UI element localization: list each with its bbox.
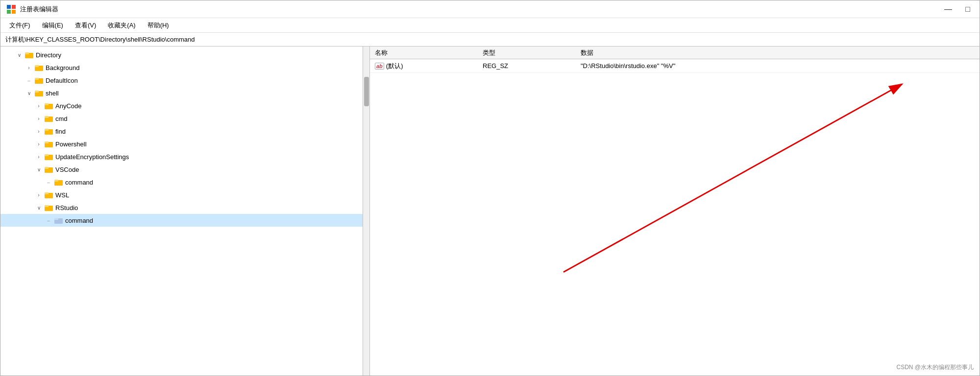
tree-item-find[interactable]: › find (0, 125, 363, 138)
svg-rect-23 (45, 167, 49, 169)
detail-row-default[interactable]: ab (默认) REG_SZ "D:\RStudio\bin\rstudio.e… (370, 59, 980, 73)
svg-rect-7 (35, 65, 39, 67)
folder-icon-wsl (45, 191, 53, 199)
expander-shell[interactable]: ∨ (25, 89, 33, 97)
folder-icon-rstudio (45, 204, 53, 212)
tree-label-shell: shell (46, 90, 59, 97)
folder-icon-updateencryption (45, 153, 53, 161)
tree-item-powershell[interactable]: › Powershell (0, 138, 363, 150)
col-header-name: 名称 (370, 48, 478, 57)
detail-cell-data: "D:\RStudio\bin\rstudio.exe" "%V" (576, 62, 980, 70)
svg-rect-5 (25, 52, 29, 54)
folder-icon-rstudio-command (54, 216, 63, 224)
tree-item-anycode[interactable]: › AnyCode (0, 99, 363, 112)
minimize-button[interactable]: — (942, 5, 954, 14)
detail-header: 名称 类型 数据 (370, 47, 980, 59)
svg-rect-2 (7, 10, 11, 14)
menu-help[interactable]: 帮助(H) (143, 20, 174, 31)
annotation-arrow (370, 47, 980, 376)
folder-icon-find (45, 127, 53, 135)
tree-item-rstudio[interactable]: ∨ RStudio (0, 201, 363, 214)
tree-item-cmd[interactable]: › cmd (0, 112, 363, 125)
tree-item-wsl[interactable]: › WSL (0, 188, 363, 201)
tree-label-find: find (55, 128, 66, 135)
menu-favorites[interactable]: 收藏夹(A) (103, 20, 140, 31)
col-header-type: 类型 (478, 48, 576, 57)
tree-label-vscode-command: command (65, 179, 93, 186)
tree-label-wsl: WSL (55, 191, 69, 199)
app-icon (6, 4, 16, 14)
tree-item-directory[interactable]: ∨ Directory (0, 48, 363, 61)
expander-updateencryption[interactable]: › (35, 153, 43, 161)
tree-label-background: Background (46, 64, 79, 71)
svg-rect-1 (12, 5, 16, 9)
titlebar: 注册表编辑器 — □ (0, 0, 980, 18)
svg-rect-29 (45, 205, 49, 207)
tree-item-defaulticon[interactable]: – DefaultIcon (0, 74, 363, 87)
menu-edit[interactable]: 编辑(E) (37, 20, 68, 31)
folder-icon-vscode-command (54, 178, 63, 186)
tree-pane: ∨ Directory › Background – (0, 47, 363, 376)
svg-rect-19 (45, 141, 49, 143)
svg-rect-11 (35, 91, 39, 93)
expander-anycode[interactable]: › (35, 102, 43, 110)
folder-icon-cmd (45, 115, 53, 122)
detail-pane: 名称 类型 数据 ab (默认) REG_SZ "D:\RStudio\bin\… (370, 47, 980, 376)
expander-directory[interactable]: ∨ (15, 51, 23, 59)
folder-icon-anycode (45, 102, 53, 110)
titlebar-left: 注册表编辑器 (6, 4, 58, 14)
ab-badge: ab (375, 63, 384, 70)
watermark: CSDN @水木的编程那些事儿 (896, 363, 974, 372)
folder-icon-directory (25, 51, 34, 59)
svg-rect-17 (45, 129, 49, 131)
folder-icon-shell (35, 89, 44, 97)
tree-label-directory: Directory (36, 51, 61, 59)
expander-wsl[interactable]: › (35, 191, 43, 199)
tree-item-rstudio-command[interactable]: – command (0, 214, 363, 227)
svg-rect-3 (12, 10, 16, 14)
folder-icon-vscode (45, 165, 53, 173)
tree-label-vscode: VSCode (55, 166, 79, 173)
expander-rstudio[interactable]: ∨ (35, 204, 43, 212)
tree-item-shell[interactable]: ∨ shell (0, 87, 363, 99)
tree-label-rstudio-command: command (65, 217, 93, 224)
tree-scrollbar[interactable] (363, 47, 370, 376)
tree-label-powershell: Powershell (55, 141, 87, 148)
tree-item-vscode[interactable]: ∨ VSCode (0, 163, 363, 176)
svg-rect-15 (45, 116, 49, 118)
tree-item-updateencryption[interactable]: › UpdateEncryptionSettings (0, 150, 363, 163)
addressbar: 计算机\HKEY_CLASSES_ROOT\Directory\shell\RS… (0, 33, 980, 47)
menu-file[interactable]: 文件(F) (4, 20, 35, 31)
svg-line-33 (564, 84, 902, 272)
tree-label-anycode: AnyCode (55, 102, 81, 110)
expander-vscode[interactable]: ∨ (35, 165, 43, 173)
tree-label-updateencryption: UpdateEncryptionSettings (55, 153, 129, 161)
window-title: 注册表编辑器 (20, 5, 58, 14)
svg-rect-27 (45, 192, 49, 194)
expander-rstudio-command: – (45, 216, 52, 224)
address-path: 计算机\HKEY_CLASSES_ROOT\Directory\shell\RS… (5, 35, 195, 44)
svg-rect-31 (54, 218, 58, 220)
menu-view[interactable]: 查看(V) (70, 20, 101, 31)
expander-powershell[interactable]: › (35, 140, 43, 148)
tree-item-background[interactable]: › Background (0, 61, 363, 74)
expander-background[interactable]: › (25, 64, 33, 71)
svg-rect-0 (7, 5, 11, 9)
expander-vscode-command: – (45, 178, 52, 186)
folder-icon-powershell (45, 140, 53, 148)
menubar: 文件(F) 编辑(E) 查看(V) 收藏夹(A) 帮助(H) (0, 18, 980, 33)
expander-cmd[interactable]: › (35, 115, 43, 122)
detail-cell-name: ab (默认) (370, 62, 478, 70)
svg-rect-13 (45, 103, 49, 105)
scrollbar-thumb[interactable] (364, 77, 369, 106)
detail-default-name: (默认) (386, 62, 403, 70)
maximize-button[interactable]: □ (962, 5, 974, 14)
folder-icon-background (35, 64, 44, 71)
tree-label-defaulticon: DefaultIcon (46, 77, 78, 84)
expander-defaulticon[interactable]: – (25, 76, 33, 84)
titlebar-controls: — □ (942, 5, 974, 14)
folder-icon-defaulticon (35, 76, 44, 84)
tree-item-vscode-command[interactable]: – command (0, 176, 363, 188)
expander-find[interactable]: › (35, 127, 43, 135)
svg-rect-9 (35, 78, 39, 80)
